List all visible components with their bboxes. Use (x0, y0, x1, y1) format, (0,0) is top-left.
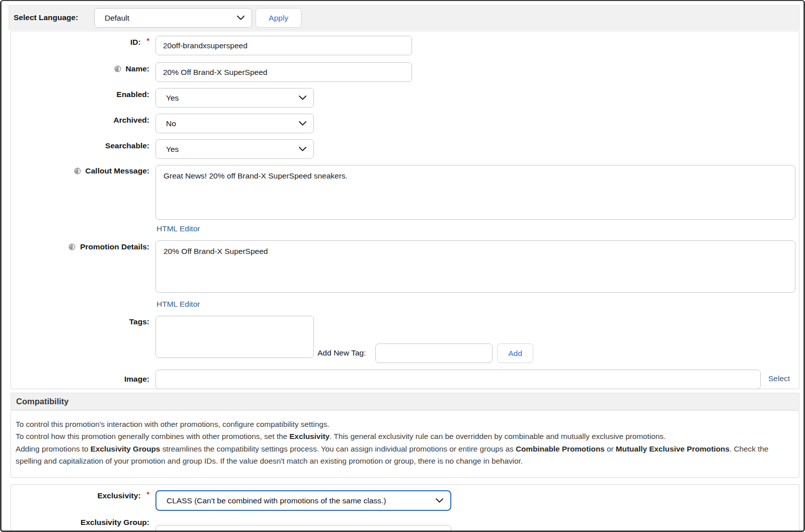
archived-select-value: No (166, 119, 176, 128)
callout-html-editor-link[interactable]: HTML Editor (156, 224, 200, 233)
exclusivity-group-label: Exclusivity Group: (11, 518, 149, 527)
enabled-select-value: Yes (166, 94, 179, 103)
callout-message-textarea[interactable]: Great News! 20% off Brand-X SuperSpeed s… (155, 165, 795, 220)
searchable-label: Searchable: (11, 141, 149, 150)
promotion-details-label: Promotion Details: (11, 242, 149, 251)
compatibility-text-panel: To control this promotion's interaction … (11, 410, 799, 478)
promotion-edit-page: Select Language: Default Apply ID:* Name… (0, 0, 805, 532)
add-tag-button[interactable]: Add (497, 343, 533, 363)
callout-message-label: Callout Message: (11, 166, 149, 175)
compatibility-header: Compatibility (16, 397, 69, 406)
chevron-down-icon (436, 498, 443, 503)
image-label: Image: (11, 375, 149, 384)
searchable-select-value: Yes (166, 145, 179, 154)
image-select-link[interactable]: Select (768, 374, 790, 383)
globe-icon (68, 243, 75, 250)
chevron-down-icon (299, 121, 306, 126)
compatibility-description: To control this promotion's interaction … (16, 418, 784, 468)
archived-label: Archived: (11, 116, 149, 125)
required-asterisk: * (147, 37, 149, 45)
exclusivity-select[interactable]: CLASS (Can't be combined with promotions… (155, 490, 451, 511)
name-field[interactable] (155, 62, 412, 82)
exclusivity-label: Exclusivity:* (11, 491, 149, 500)
details-html-editor-link[interactable]: HTML Editor (156, 300, 200, 309)
image-field[interactable] (155, 370, 761, 389)
language-select-value: Default (105, 14, 129, 23)
select-language-label: Select Language: (14, 13, 78, 22)
apply-button[interactable]: Apply (256, 8, 301, 28)
chevron-down-icon (237, 16, 245, 20)
tags-textarea[interactable] (155, 316, 314, 358)
enabled-label: Enabled: (11, 90, 149, 99)
globe-icon (74, 167, 81, 174)
exclusivity-select-value: CLASS (Can't be combined with promotions… (167, 496, 386, 505)
language-select[interactable]: Default (94, 8, 252, 28)
exclusivity-panel: Exclusivity:* CLASS (Can't be combined w… (11, 484, 799, 532)
add-new-tag-input[interactable] (375, 343, 493, 363)
general-form-panel: ID:* Name: Enabled: Yes Archived: No Sea… (11, 31, 799, 389)
tags-label: Tags: (11, 317, 149, 326)
id-label: ID:* (11, 38, 149, 47)
exclusivity-group-field[interactable] (155, 525, 451, 532)
compatibility-section-bar: Compatibility (11, 393, 799, 410)
add-new-tag-label: Add New Tag: (317, 348, 366, 358)
archived-select[interactable]: No (155, 114, 314, 133)
id-field[interactable] (155, 36, 412, 55)
chevron-down-icon (299, 147, 306, 151)
promotion-details-textarea[interactable]: 20% Off Brand-X SuperSpeed (155, 240, 795, 293)
required-asterisk: * (147, 490, 149, 498)
language-bar: Select Language: Default Apply (9, 5, 799, 30)
name-label: Name: (11, 64, 149, 73)
searchable-select[interactable]: Yes (155, 139, 314, 159)
chevron-down-icon (299, 96, 306, 100)
globe-icon (114, 65, 121, 72)
enabled-select[interactable]: Yes (155, 88, 314, 108)
